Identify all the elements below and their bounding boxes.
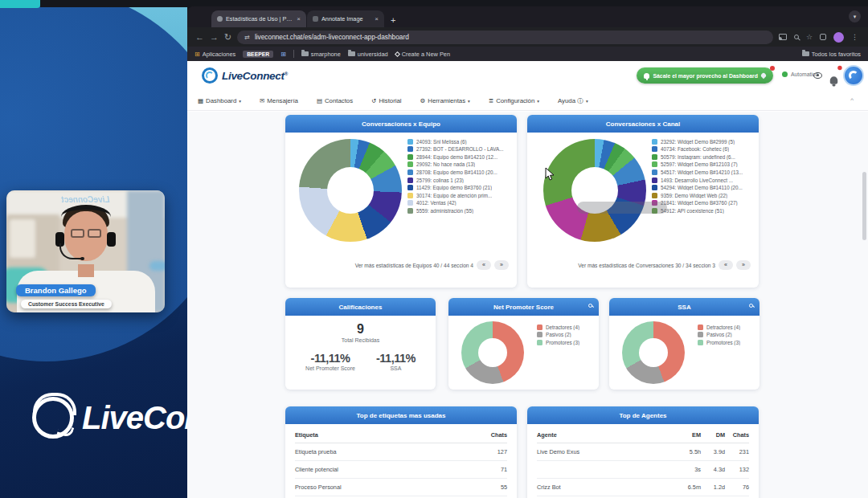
- cast-icon[interactable]: [779, 34, 787, 40]
- scrollbar-thumb[interactable]: [862, 172, 866, 240]
- equipo-donut-chart[interactable]: [299, 139, 402, 242]
- bookmark-item[interactable]: Create a New Pen: [395, 51, 450, 58]
- tab-title: Estadísticas de Uso | PageG: [226, 15, 293, 22]
- legend-item[interactable]: 40734: Facebook: Cohetec (6): [652, 146, 743, 152]
- apps-grid-icon: ⊞: [194, 51, 200, 58]
- table-row[interactable]: Crizz Bot6.5m1.2d76: [537, 479, 749, 496]
- prev-page-button[interactable]: «: [477, 260, 491, 270]
- url-field[interactable]: ⇄ liveconnect.chat/es/adm-liveconnect-ap…: [237, 31, 773, 44]
- legend-item[interactable]: 50579: Instagram: undefined (6...: [652, 154, 743, 160]
- tab-search-dropdown[interactable]: ▾: [849, 10, 861, 22]
- table-cell: 5.5h: [677, 443, 701, 461]
- site-info-icon[interactable]: ⇄: [244, 34, 250, 41]
- nav-item-historial[interactable]: ↺Historial: [371, 97, 401, 104]
- nav-item-contactos[interactable]: ▤Contactos: [317, 97, 353, 104]
- bookmark-star-icon[interactable]: ☆: [806, 33, 813, 41]
- page-scrollbar[interactable]: [862, 119, 866, 488]
- bookmarks-separator: [293, 50, 294, 58]
- table-row[interactable]: Cliente potencial71: [295, 461, 507, 479]
- nav-item-configuraci-n[interactable]: ≣Configuración▾: [489, 97, 539, 104]
- legend-item[interactable]: Promotores (3): [537, 340, 579, 345]
- legend-item[interactable]: 30174: Equipo de atención prim...: [407, 193, 504, 198]
- legend-item[interactable]: 28708: Equipo demo B#14110 (20...: [407, 169, 504, 175]
- card-net-promoter-score: Net Promoter Score Detractores (4)Pasivo…: [448, 298, 599, 390]
- visibility-icon[interactable]: [813, 72, 822, 79]
- legend-item[interactable]: 5559: administración (55): [407, 208, 504, 214]
- back-icon[interactable]: ←: [195, 33, 204, 42]
- search-icon[interactable]: [749, 304, 753, 308]
- legend-item[interactable]: 23292: Widget Demo B#2999 (5): [652, 139, 743, 145]
- nps-donut-chart[interactable]: [461, 321, 524, 384]
- notifications-bell[interactable]: [830, 69, 837, 88]
- legend-swatch: [407, 139, 413, 145]
- app-logo[interactable]: LiveConnect®: [202, 67, 288, 84]
- tab-close-icon[interactable]: ×: [375, 15, 379, 22]
- search-icon[interactable]: [588, 304, 592, 308]
- table-cell: [537, 461, 677, 479]
- legend-item[interactable]: 54294: Widget Demo B#14110 (20...: [652, 185, 743, 190]
- table-row[interactable]: Etiqueta prueba127: [295, 443, 507, 461]
- card-title: Conversaciones x Canal: [606, 120, 680, 128]
- legend-item[interactable]: 27392: BOT - DESARROLLO - LAVA...: [407, 146, 504, 152]
- nav-item-mensajer-a[interactable]: ✉Mensajería: [260, 97, 298, 104]
- ssa-donut-chart[interactable]: [622, 321, 685, 384]
- legend-item[interactable]: 24093: Snl Melissa (6): [407, 139, 504, 145]
- legend-item[interactable]: Promotores (3): [698, 340, 740, 345]
- bookmark-item[interactable]: BEEPER: [243, 51, 273, 58]
- webcam-video-tile: LiveConnect Brandon Gallego Customer Suc…: [6, 190, 165, 312]
- canal-donut-chart[interactable]: [543, 139, 646, 242]
- legend-item[interactable]: Pasivos (2): [698, 332, 740, 337]
- card-ssa: SSA Detractores (4)Pasivos (2)Promotores…: [609, 298, 760, 390]
- legend-item[interactable]: 29092: No hace nada (13): [407, 161, 504, 167]
- legend-item[interactable]: Detractores (4): [537, 325, 579, 330]
- nav-item-ayuda-[interactable]: Ayuda ⓘ▾: [558, 96, 588, 105]
- forward-icon[interactable]: →: [210, 33, 219, 42]
- legend-item[interactable]: 9359: Demo Widget Web (22): [652, 193, 743, 198]
- bookmark-label: BEEPER: [243, 51, 273, 58]
- legend-item[interactable]: 54517: Widget Demo B#14210 (13...: [652, 169, 743, 175]
- new-tab-button[interactable]: +: [391, 15, 395, 27]
- browser-menu-icon[interactable]: ⋮: [851, 33, 858, 41]
- extensions-icon[interactable]: [820, 34, 826, 40]
- registered-mark: ®: [285, 71, 288, 76]
- table-row[interactable]: 3s4.3d132: [537, 461, 749, 479]
- browser-profile-avatar[interactable]: [833, 32, 844, 43]
- main-navigation: ▦Dashboard▾✉Mensajería▤Contactos↺Histori…: [187, 92, 868, 111]
- next-page-button[interactable]: »: [736, 260, 751, 270]
- bookmark-item[interactable]: ⊞Aplicaciones: [194, 51, 235, 58]
- legend-item[interactable]: 25799: colinas 1 (23): [407, 178, 504, 183]
- legend-item[interactable]: Detractores (4): [698, 325, 740, 330]
- next-page-button[interactable]: »: [494, 260, 509, 270]
- collapse-nav-icon[interactable]: ^: [850, 96, 854, 104]
- presenter-neck: [78, 264, 94, 277]
- reload-icon[interactable]: ↻: [224, 33, 231, 42]
- legend-label: Detractores (4): [546, 325, 579, 330]
- promo-dashboard-button[interactable]: Sácale el mayor provecho al Dashboard: [637, 67, 773, 84]
- nav-item-label: Configuración: [496, 97, 534, 104]
- table-row[interactable]: Proceso Personal55: [295, 479, 507, 496]
- browser-tab-active[interactable]: Estadísticas de Uso | PageG ×: [211, 10, 306, 27]
- legend-label: 50579: Instagram: undefined (6...: [661, 154, 735, 160]
- legend-item[interactable]: 4012: Ventas (42): [407, 200, 504, 206]
- bookmark-item[interactable]: ⊞: [280, 51, 286, 58]
- tab-close-icon[interactable]: ×: [297, 15, 301, 22]
- browser-tab[interactable]: Annotate Image ×: [307, 10, 384, 27]
- legend-item[interactable]: 1493: Desarrollo LiveConnect ...: [652, 178, 743, 183]
- legend-label: 23292: Widget Demo B#2999 (5): [661, 139, 735, 145]
- legend-item[interactable]: Pasivos (2): [537, 332, 579, 337]
- zoom-search-icon[interactable]: [794, 35, 799, 39]
- nav-item-dashboard[interactable]: ▦Dashboard▾: [198, 97, 241, 104]
- nav-item-herramientas[interactable]: ⚙Herramientas▾: [420, 97, 470, 104]
- legend-label: 40734: Facebook: Cohetec (6): [661, 146, 729, 152]
- legend-item[interactable]: 28944: Equipo demo B#14210 (12...: [407, 154, 504, 160]
- user-avatar[interactable]: [843, 65, 864, 86]
- legend-swatch: [407, 154, 413, 160]
- bookmark-item[interactable]: universidad: [348, 51, 388, 58]
- bookmark-all-favorites[interactable]: Todos los favoritos: [802, 51, 861, 58]
- legend-item[interactable]: 11429: Equipo demo B#3760 (21): [407, 185, 504, 190]
- bookmark-item[interactable]: smarphone: [301, 51, 341, 58]
- prev-page-button[interactable]: «: [719, 260, 733, 270]
- legend-item[interactable]: 52597: Widget Demo B#12103 (7): [652, 161, 743, 167]
- table-row[interactable]: Live Demo Exus5.5h3.9d231: [537, 443, 749, 461]
- nps-label: Net Promoter Score: [305, 365, 355, 371]
